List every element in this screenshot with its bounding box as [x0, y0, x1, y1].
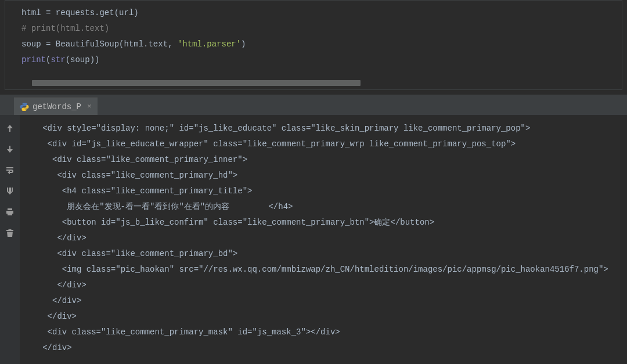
code-token: ) — [134, 8, 138, 17]
console-line: 朋友会在"发现-看一看"看到你"在看"的内容 </h4> — [28, 199, 627, 215]
code-token: ( — [114, 8, 119, 17]
console-line: <button id="js_b_like_confirm" class="li… — [28, 215, 627, 230]
console-line: </div> — [28, 293, 627, 309]
console-line: </div> — [28, 277, 627, 293]
console-line: <div class="like_comment_primary_bd"> — [28, 246, 627, 262]
console-line: <img class="pic_haokan" src="//res.wx.qq… — [28, 262, 627, 277]
code-token: html — [124, 39, 143, 49]
console-line: <div class="like_comment_primary_mask" i… — [28, 325, 627, 340]
code-token: = — [41, 39, 56, 49]
code-token: soup — [21, 39, 41, 49]
tab-getwords[interactable]: getWords_P × — [14, 98, 98, 115]
editor-panel: html = requests.get(url) # print(html.te… — [5, 0, 622, 90]
code-token: BeautifulSoup — [56, 39, 119, 49]
console-line: </div> — [28, 340, 627, 356]
console-line: </div> — [28, 230, 627, 246]
code-token: soup — [70, 55, 90, 64]
comment: # print(html.text) — [21, 24, 109, 33]
code-token: requests — [56, 8, 95, 17]
trash-icon[interactable] — [5, 228, 15, 238]
print-icon[interactable] — [5, 207, 15, 217]
python-icon — [20, 102, 29, 111]
soft-wrap-icon[interactable] — [5, 165, 15, 175]
tab-label: getWords_P — [33, 102, 81, 111]
code-line: html = requests.get(url) — [21, 5, 615, 21]
tab-bar: getWords_P × — [0, 95, 627, 115]
horizontal-scrollbar[interactable] — [32, 80, 361, 86]
console-line: <div class="like_comment_primary_inner"> — [28, 152, 627, 168]
code-token: url — [119, 8, 134, 17]
code-token: , — [168, 39, 178, 49]
console-line: <div class="like_comment_primary_hd"> — [28, 168, 627, 183]
arrow-up-icon[interactable] — [5, 123, 15, 134]
console-line: <h4 class="like_comment_primary_title"> — [28, 183, 627, 199]
code-area[interactable]: html = requests.get(url) # print(html.te… — [5, 1, 622, 68]
console-output[interactable]: <div style="display: none;" id="js_like_… — [20, 115, 627, 364]
code-token: print — [21, 55, 46, 64]
code-token: ( — [66, 55, 70, 64]
code-token: ) — [95, 55, 99, 64]
code-token: str — [51, 55, 65, 64]
code-token: ) — [241, 39, 246, 49]
tool-gutter — [0, 115, 20, 364]
scroll-to-end-icon[interactable] — [5, 186, 15, 196]
console-line: <div style="display: none;" id="js_like_… — [28, 121, 627, 136]
code-line: print(str(soup)) — [21, 52, 615, 68]
run-tool-window: <div style="display: none;" id="js_like_… — [0, 115, 627, 364]
console-line: <div id="js_like_educate_wrapper" class=… — [28, 136, 627, 152]
string-token: 'html.parser' — [178, 39, 241, 49]
code-token: ) — [90, 55, 95, 64]
code-token: text — [148, 39, 168, 49]
code-line: # print(html.text) — [21, 21, 615, 37]
close-icon[interactable]: × — [87, 102, 92, 111]
code-token: = — [41, 8, 56, 17]
console-line: </div> — [28, 309, 627, 325]
arrow-down-icon[interactable] — [5, 144, 15, 154]
code-line: soup = BeautifulSoup(html.text, 'html.pa… — [21, 37, 615, 52]
code-token: get — [99, 8, 114, 17]
code-token: html — [21, 8, 41, 17]
